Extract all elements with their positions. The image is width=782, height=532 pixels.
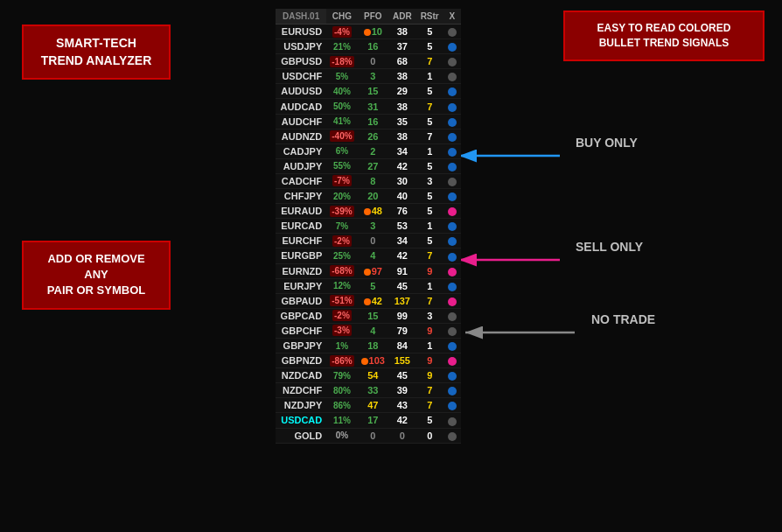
cell-pfo: 97 <box>358 263 388 278</box>
cell-bullet <box>443 368 461 383</box>
cell-pfo: 18 <box>358 338 388 353</box>
cell-chg: 0% <box>326 428 357 443</box>
cell-bullet <box>443 204 461 219</box>
cell-rstr: 3 <box>416 173 443 188</box>
cell-bullet <box>443 54 461 69</box>
cell-chg: 55% <box>326 158 357 173</box>
cell-pair: CADCHF <box>276 173 326 188</box>
cell-pair: NZDCHF <box>276 383 326 398</box>
table-row: EURCHF-2%0345 <box>276 234 461 248</box>
cell-bullet <box>443 308 461 323</box>
cell-adr: 34 <box>388 144 416 158</box>
table-row: GBPAUD-51%421377 <box>276 293 461 308</box>
cell-rstr: 9 <box>416 354 443 368</box>
data-table: DASH.01 CHG PFO ADR RStr X EURUSD-4%1038… <box>276 9 461 444</box>
cell-bullet <box>443 413 461 428</box>
cell-adr: 42 <box>388 158 416 173</box>
cell-pfo: 17 <box>358 413 388 428</box>
cell-rstr: 7 <box>416 398 443 413</box>
cell-chg: 20% <box>326 189 357 204</box>
cell-pair: GBPNZD <box>276 354 326 368</box>
cell-pair: AUDNZD <box>276 129 326 144</box>
cell-chg: -40% <box>326 129 357 144</box>
cell-rstr: 7 <box>416 99 443 114</box>
cell-rstr: 3 <box>416 308 443 323</box>
table-row: GBPUSD-18%0687 <box>276 54 461 69</box>
cell-pair: AUDUSD <box>276 84 326 99</box>
cell-chg: -3% <box>326 323 357 338</box>
cell-pair: GBPUSD <box>276 54 326 69</box>
cell-pair: EURUSD <box>276 24 326 39</box>
cell-adr: 99 <box>388 308 416 323</box>
cell-pair: USDCHF <box>276 69 326 84</box>
cell-chg: -39% <box>326 204 357 219</box>
cell-pfo: 0 <box>358 54 388 69</box>
cell-chg: 11% <box>326 413 357 428</box>
cell-chg: 21% <box>326 39 357 54</box>
sell-arrow <box>455 247 569 273</box>
cell-adr: 155 <box>388 354 416 368</box>
col-header-pair: DASH.01 <box>276 9 326 24</box>
cell-adr: 91 <box>388 263 416 278</box>
cell-pair: EURCHF <box>276 234 326 248</box>
cell-adr: 34 <box>388 234 416 248</box>
cell-bullet <box>443 428 461 443</box>
cell-adr: 42 <box>388 413 416 428</box>
cell-pfo: 0 <box>358 234 388 248</box>
cell-adr: 38 <box>388 129 416 144</box>
table-row: AUDJPY55%27425 <box>276 158 461 173</box>
cell-pair: EURGBP <box>276 248 326 263</box>
cell-pair: USDJPY <box>276 39 326 54</box>
table-row: AUDCHF41%16355 <box>276 114 461 129</box>
table-row: EURJPY12%5451 <box>276 278 461 293</box>
cell-pfo: 26 <box>358 129 388 144</box>
cell-chg: -2% <box>326 234 357 248</box>
table-row: AUDCAD50%31387 <box>276 99 461 114</box>
cell-adr: 37 <box>388 39 416 54</box>
cell-adr: 38 <box>388 69 416 84</box>
cell-chg: -68% <box>326 263 357 278</box>
cell-chg: 79% <box>326 368 357 383</box>
table-row: CADCHF-7%8303 <box>276 173 461 188</box>
cell-adr: 39 <box>388 383 416 398</box>
cell-pair: GBPAUD <box>276 293 326 308</box>
table-row: GBPCAD-2%15993 <box>276 308 461 323</box>
cell-bullet <box>443 39 461 54</box>
cell-rstr: 0 <box>416 428 443 443</box>
table-row: AUDNZD-40%26387 <box>276 129 461 144</box>
cell-pair: NZDCAD <box>276 368 326 383</box>
cell-rstr: 1 <box>416 278 443 293</box>
main-table-container: DASH.01 CHG PFO ADR RStr X EURUSD-4%1038… <box>276 9 461 444</box>
cell-rstr: 5 <box>416 204 443 219</box>
cell-adr: 42 <box>388 248 416 263</box>
cell-rstr: 1 <box>416 219 443 234</box>
cell-rstr: 9 <box>416 263 443 278</box>
cell-pfo: 16 <box>358 114 388 129</box>
cell-bullet <box>443 263 461 278</box>
sell-only-label: SELL ONLY <box>576 240 643 254</box>
cell-rstr: 5 <box>416 158 443 173</box>
cell-rstr: 1 <box>416 338 443 353</box>
table-row: USDCHF5%3381 <box>276 69 461 84</box>
cell-bullet <box>443 234 461 248</box>
cell-pfo: 31 <box>358 99 388 114</box>
cell-bullet <box>443 219 461 234</box>
cell-bullet <box>443 173 461 188</box>
cell-pfo: 10 <box>358 24 388 39</box>
cell-chg: 86% <box>326 398 357 413</box>
cell-rstr: 5 <box>416 39 443 54</box>
cell-adr: 68 <box>388 54 416 69</box>
cell-rstr: 5 <box>416 189 443 204</box>
cell-bullet <box>443 144 461 158</box>
cell-bullet <box>443 158 461 173</box>
cell-bullet <box>443 24 461 39</box>
cell-rstr: 9 <box>416 368 443 383</box>
cell-pfo: 27 <box>358 158 388 173</box>
table-row: USDCAD11%17425 <box>276 413 461 428</box>
cell-adr: 53 <box>388 219 416 234</box>
cell-rstr: 7 <box>416 54 443 69</box>
cell-pfo: 3 <box>358 219 388 234</box>
table-row: GBPCHF-3%4799 <box>276 323 461 338</box>
cell-rstr: 5 <box>416 84 443 99</box>
table-row: GOLD0%000 <box>276 428 461 443</box>
